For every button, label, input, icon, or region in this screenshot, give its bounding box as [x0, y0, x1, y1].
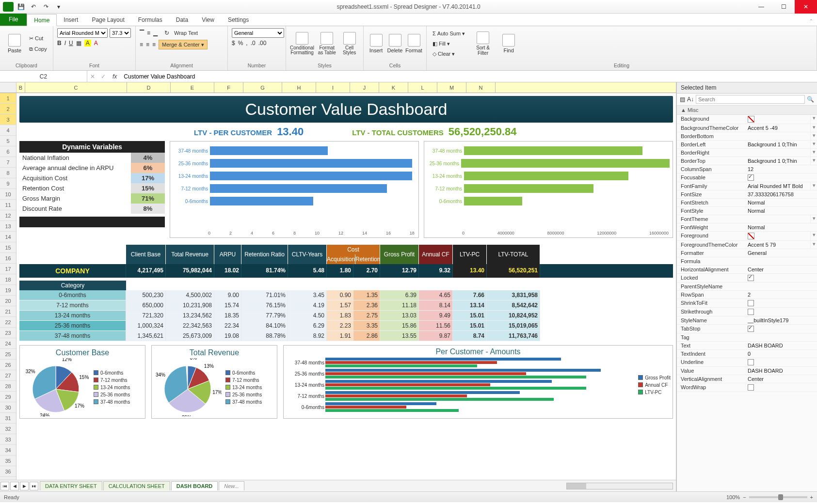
ribbon-tab-formulas[interactable]: Formulas	[131, 14, 169, 26]
ribbon-tab-page-layout[interactable]: Page Layout	[85, 14, 131, 26]
property-row[interactable]: StyleName__builtInStyle179	[677, 316, 817, 325]
sort-filter-button[interactable]: Sort & Filter	[472, 28, 494, 59]
property-row[interactable]: TextIndent0	[677, 350, 817, 358]
property-row[interactable]: FontSize37.3333206176758	[677, 190, 817, 199]
format-as-table-button[interactable]: Format as Table	[316, 28, 337, 59]
property-row[interactable]: WordWrap	[677, 383, 817, 392]
property-row[interactable]: BorderTopBackground 1 0;Thin▾	[677, 157, 817, 165]
column-header-I[interactable]: I	[316, 82, 350, 93]
property-row[interactable]: Locked	[677, 274, 817, 283]
property-row[interactable]: RowSpan2	[677, 291, 817, 299]
spreadsheet-grid[interactable]: Customer Value Dashboard LTV - PER CUSTO…	[16, 93, 676, 480]
row-header-2[interactable]: 2	[0, 104, 16, 114]
zoom-in-button[interactable]: +	[810, 494, 813, 500]
row-header-7[interactable]: 7	[0, 157, 16, 168]
column-header-D[interactable]: D	[127, 82, 171, 93]
font-family-combo[interactable]: Arial Rounded M	[57, 28, 108, 38]
conditional-formatting-button[interactable]: Conditional Formatting	[290, 28, 314, 59]
cancel-formula-icon[interactable]: ✕	[87, 73, 98, 80]
row-header-34[interactable]: 34	[0, 445, 16, 456]
property-row[interactable]: FontTheme▾	[677, 215, 817, 223]
accept-formula-icon[interactable]: ✓	[98, 73, 109, 80]
row-header-20[interactable]: 20	[0, 296, 16, 306]
property-row[interactable]: ForegroundThemeColorAccent 5 79▾	[677, 241, 817, 249]
align-middle-button[interactable]: ≡	[147, 30, 150, 36]
ribbon-collapse-icon[interactable]: ˆ	[805, 19, 817, 26]
ribbon-tab-settings[interactable]: Settings	[221, 14, 256, 26]
property-search-input[interactable]	[696, 95, 805, 104]
bold-button[interactable]: B	[57, 40, 62, 47]
ribbon-tab-view[interactable]: View	[195, 14, 221, 26]
find-button[interactable]: Find	[499, 28, 518, 59]
fill-color-button[interactable]: A	[84, 40, 91, 47]
row-header-16[interactable]: 16	[0, 253, 16, 264]
font-color-button[interactable]: A	[94, 40, 98, 47]
fill-button[interactable]: ◧ Fill ▾	[431, 39, 467, 48]
row-header-9[interactable]: 9	[0, 178, 16, 189]
select-all-corner[interactable]	[0, 82, 16, 93]
row-header-22[interactable]: 22	[0, 317, 16, 328]
property-row[interactable]: TabStop	[677, 325, 817, 333]
property-row[interactable]: ValueDASH BOARD	[677, 367, 817, 375]
column-header-F[interactable]: F	[214, 82, 243, 93]
prop-sort-icon[interactable]: A↓	[687, 96, 694, 103]
property-row[interactable]: FontWeightNormal	[677, 223, 817, 232]
row-header-1[interactable]: 1	[0, 93, 16, 104]
property-row[interactable]: FontFamilyArial Rounded MT Bold▾	[677, 182, 817, 190]
row-header-26[interactable]: 26	[0, 360, 16, 370]
tab-nav-last[interactable]: ⏭	[30, 482, 38, 490]
tab-nav-prev[interactable]: ◀	[10, 482, 19, 490]
qat-undo-icon[interactable]: ↶	[28, 2, 39, 12]
row-header-6[interactable]: 6	[0, 146, 16, 157]
file-tab[interactable]: File	[0, 13, 27, 26]
italic-button[interactable]: I	[64, 40, 66, 47]
comma-button[interactable]: ,	[246, 40, 247, 47]
row-header-36[interactable]: 36	[0, 466, 16, 477]
align-bottom-button[interactable]: ▁	[153, 30, 158, 36]
property-row[interactable]: VerticalAlignmentCenter	[677, 375, 817, 383]
property-row[interactable]: Focusable	[677, 173, 817, 182]
row-header-11[interactable]: 11	[0, 200, 16, 210]
cut-button[interactable]: ✂Cut	[27, 33, 49, 43]
align-center-button[interactable]: ≡	[146, 41, 149, 48]
property-row[interactable]: Background▾	[677, 115, 817, 124]
ribbon-tab-data[interactable]: Data	[169, 14, 195, 26]
align-top-button[interactable]: ▔	[140, 30, 144, 36]
formula-input[interactable]	[121, 73, 817, 80]
column-header-H[interactable]: H	[282, 82, 316, 93]
row-header-35[interactable]: 35	[0, 456, 16, 466]
qat-dropdown-icon[interactable]: ▾	[53, 2, 64, 12]
align-right-button[interactable]: ≡	[152, 41, 156, 48]
property-row[interactable]: ParentStyleName	[677, 283, 817, 291]
column-header-K[interactable]: K	[379, 82, 408, 93]
autosum-button[interactable]: Σ Auto Sum ▾	[431, 29, 467, 38]
property-row[interactable]: Foreground▾	[677, 232, 817, 241]
sheet-tab[interactable]: CALCULATION SHEET	[103, 481, 170, 490]
sheet-tab[interactable]: DATA ENTRY SHEET	[40, 481, 102, 490]
property-row[interactable]: FontStyleNormal	[677, 207, 817, 215]
row-header-17[interactable]: 17	[0, 264, 16, 274]
row-header-19[interactable]: 19	[0, 285, 16, 296]
sheet-tab[interactable]: DASH BOARD	[171, 481, 218, 490]
delete-button[interactable]: Delete	[386, 28, 403, 59]
format-button[interactable]: Format	[405, 28, 422, 59]
row-header-24[interactable]: 24	[0, 338, 16, 349]
property-row[interactable]: FontStretchNormal	[677, 199, 817, 207]
row-header-28[interactable]: 28	[0, 381, 16, 392]
property-row[interactable]: BorderRight▾	[677, 149, 817, 157]
zoom-out-button[interactable]: −	[743, 494, 746, 500]
column-header-B[interactable]: B	[16, 82, 25, 93]
qat-save-icon[interactable]: 💾	[16, 2, 26, 12]
percent-button[interactable]: %	[238, 40, 243, 47]
clear-button[interactable]: ◇ Clear ▾	[431, 49, 467, 59]
row-header-30[interactable]: 30	[0, 402, 16, 413]
paste-button[interactable]: Paste	[4, 28, 25, 59]
copy-button[interactable]: ⧉Copy	[27, 44, 49, 54]
row-header-13[interactable]: 13	[0, 221, 16, 232]
row-header-10[interactable]: 10	[0, 189, 16, 200]
qat-redo-icon[interactable]: ↷	[41, 2, 51, 12]
decrease-decimal-button[interactable]: .00	[258, 40, 267, 47]
close-button[interactable]: ✕	[795, 0, 817, 14]
row-header-4[interactable]: 4	[0, 125, 16, 136]
cell-styles-button[interactable]: Cell Styles	[339, 28, 359, 59]
